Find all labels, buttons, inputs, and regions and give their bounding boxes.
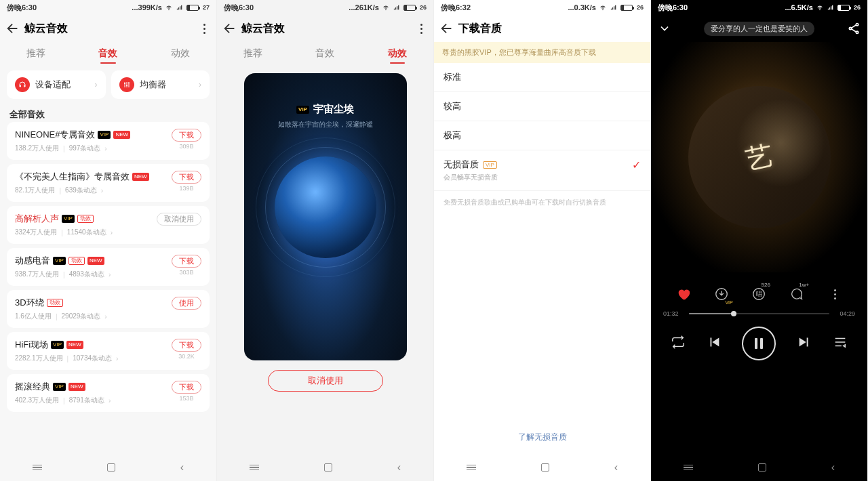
battery-icon bbox=[837, 5, 850, 11]
album-art: 艺 bbox=[742, 136, 776, 178]
nav-home-icon[interactable] bbox=[758, 463, 766, 472]
effect-item[interactable]: NINEONE#专属音效VIPNEW 138.2万人使用|997条动态› 下载3… bbox=[7, 122, 210, 160]
back-icon[interactable] bbox=[222, 21, 237, 36]
effect-visual bbox=[275, 156, 376, 258]
effect-item[interactable]: 高解析人声VIP动效 3324万人使用|11540条动态› 取消使用 bbox=[7, 206, 210, 244]
vip-badge: VIP bbox=[53, 257, 66, 265]
tabs: 推荐 音效 动效 bbox=[0, 42, 216, 65]
effect-name: 动感电音 bbox=[15, 255, 50, 267]
nav-back-icon[interactable]: ‹ bbox=[831, 461, 835, 474]
loop-button[interactable] bbox=[671, 335, 686, 352]
progress-bar[interactable]: 01:32 04:29 bbox=[651, 308, 867, 317]
signal-icon bbox=[176, 4, 184, 11]
tab-recommend[interactable]: 推荐 bbox=[243, 47, 262, 60]
tab-recommend[interactable]: 推荐 bbox=[26, 47, 45, 60]
tab-sound[interactable]: 音效 bbox=[98, 47, 117, 60]
section-title: 全部音效 bbox=[0, 104, 216, 122]
sing-button[interactable]: 唱526 bbox=[747, 285, 770, 304]
nav-back-icon[interactable]: ‹ bbox=[614, 461, 618, 474]
quality-standard[interactable]: 标准 bbox=[434, 63, 650, 92]
effect-name: HiFi现场 bbox=[15, 339, 48, 351]
device-adapt-button[interactable]: 设备适配› bbox=[7, 70, 106, 99]
action-button[interactable]: 使用 bbox=[172, 297, 201, 310]
action-button[interactable]: 下载 bbox=[172, 129, 201, 142]
quality-max[interactable]: 极高 bbox=[434, 121, 650, 150]
more-icon[interactable] bbox=[197, 24, 211, 34]
file-size: 303B bbox=[179, 269, 193, 276]
battery-icon bbox=[620, 5, 633, 11]
cancel-use-button[interactable]: 取消使用 bbox=[268, 370, 383, 392]
action-button[interactable]: 下载 bbox=[172, 255, 201, 268]
download-quality-screen: 傍晚6:32 ...0.3K/s 26 下载音质 尊贵的黑胶VIP，您已尊享海量… bbox=[434, 0, 651, 481]
album-disc: 艺 bbox=[688, 86, 831, 228]
player-screen: 傍晚6:30 ...6.5K/s 26 爱分享的人一定也是爱笑的人 艺 VIP … bbox=[651, 0, 868, 481]
more-button[interactable] bbox=[823, 285, 846, 304]
album-art-area[interactable]: 艺 bbox=[651, 42, 867, 272]
tab-motion[interactable]: 动效 bbox=[171, 47, 190, 60]
nav-back-icon[interactable]: ‹ bbox=[397, 461, 401, 474]
new-badge: NEW bbox=[132, 173, 149, 181]
tab-sound[interactable]: 音效 bbox=[315, 47, 334, 60]
next-button[interactable] bbox=[797, 335, 812, 352]
vip-badge: VIP bbox=[483, 161, 497, 169]
system-nav: ‹ bbox=[217, 454, 433, 481]
wifi-icon bbox=[599, 4, 607, 11]
nav-home-icon[interactable] bbox=[541, 463, 549, 472]
effect-item[interactable]: 3D环绕动效 1.6亿人使用|29029条动态› 使用 bbox=[7, 290, 210, 328]
action-button[interactable]: 下载 bbox=[172, 381, 201, 394]
effect-name: 《不完美人生指南》专属音效 bbox=[15, 171, 130, 183]
learn-lossless-link[interactable]: 了解无损音质 bbox=[434, 432, 650, 443]
effect-name: NINEONE#专属音效 bbox=[15, 129, 95, 141]
check-icon: ✓ bbox=[632, 159, 641, 171]
nav-menu-icon[interactable] bbox=[250, 465, 259, 471]
nav-back-icon[interactable]: ‹ bbox=[180, 461, 184, 474]
nav-menu-icon[interactable] bbox=[467, 465, 476, 471]
status-time: 傍晚6:30 bbox=[7, 3, 37, 13]
effect-name: 高解析人声 bbox=[15, 213, 59, 225]
collapse-icon[interactable] bbox=[658, 22, 671, 35]
more-icon[interactable] bbox=[414, 24, 428, 34]
battery-icon bbox=[403, 5, 416, 11]
vip-banner: 尊贵的黑胶VIP，您已尊享海量曲库高音质下载 bbox=[434, 42, 650, 63]
effect-item[interactable]: 动感电音VIP动效NEW 938.7万人使用|4893条动态› 下载303B bbox=[7, 248, 210, 286]
wifi-icon bbox=[382, 4, 390, 11]
tab-motion[interactable]: 动效 bbox=[388, 47, 407, 60]
nav-menu-icon[interactable] bbox=[684, 465, 693, 471]
share-icon[interactable] bbox=[847, 22, 861, 35]
nav-home-icon[interactable] bbox=[324, 463, 332, 472]
download-button[interactable]: VIP bbox=[710, 285, 733, 304]
back-icon[interactable] bbox=[439, 21, 454, 36]
equalizer-button[interactable]: 均衡器› bbox=[111, 70, 210, 99]
like-button[interactable] bbox=[672, 285, 695, 304]
banner-pill[interactable]: 爱分享的人一定也是爱笑的人 bbox=[704, 22, 814, 36]
effect-card[interactable]: VIP宇宙尘埃 如散落在宇宙的尘埃，深邃静谧 bbox=[244, 73, 407, 360]
effect-item[interactable]: HiFi现场VIPNEW 2282.1万人使用|10734条动态› 下载30.2… bbox=[7, 332, 210, 370]
effect-item[interactable]: 《不完美人生指南》专属音效NEW 82.1万人使用|639条动态› 下载139B bbox=[7, 164, 210, 202]
play-pause-button[interactable] bbox=[742, 327, 776, 360]
quality-higher[interactable]: 较高 bbox=[434, 92, 650, 121]
nav-menu-icon[interactable] bbox=[33, 465, 42, 471]
battery-icon bbox=[186, 5, 199, 11]
quality-lossless[interactable]: 无损音质VIP 会员畅享无损音质 ✓ bbox=[434, 150, 650, 191]
status-bar: 傍晚6:30 ...261K/s 26 bbox=[217, 0, 433, 15]
prev-button[interactable] bbox=[707, 335, 722, 352]
dx-badge: 动效 bbox=[77, 215, 94, 223]
signal-icon bbox=[827, 4, 835, 11]
net-speed: ...399K/s bbox=[132, 3, 162, 12]
equalizer-icon bbox=[119, 77, 134, 92]
comment-button[interactable]: 1w+ bbox=[785, 285, 808, 304]
action-button[interactable]: 取消使用 bbox=[157, 213, 201, 226]
vip-badge: VIP bbox=[98, 131, 111, 139]
vip-badge: VIP bbox=[51, 341, 64, 349]
svg-point-2 bbox=[856, 31, 858, 33]
vip-badge: VIP bbox=[62, 215, 75, 223]
signal-icon bbox=[393, 4, 401, 11]
action-button[interactable]: 下载 bbox=[172, 171, 201, 184]
effect-item[interactable]: 摇滚经典VIPNEW 402.3万人使用|8791条动态› 下载153B bbox=[7, 374, 210, 412]
playlist-button[interactable] bbox=[833, 335, 848, 352]
wifi-icon bbox=[165, 4, 173, 11]
effect-name: 3D环绕 bbox=[15, 297, 44, 309]
back-icon[interactable] bbox=[5, 21, 20, 36]
nav-home-icon[interactable] bbox=[107, 463, 115, 472]
action-button[interactable]: 下载 bbox=[172, 339, 201, 352]
